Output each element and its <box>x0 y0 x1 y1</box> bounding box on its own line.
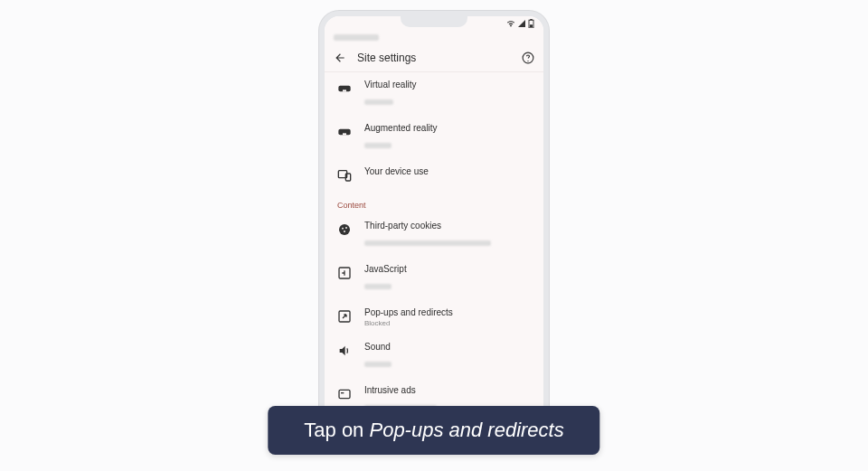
battery-icon <box>528 19 534 28</box>
setting-item-popups-redirects[interactable]: Pop-ups and redirects Blocked <box>325 300 543 334</box>
tab-strip <box>325 31 543 43</box>
setting-item-sound[interactable]: Sound <box>325 334 543 378</box>
stage: Site settings Virtual reality Augmente <box>0 0 868 471</box>
svg-rect-17 <box>341 392 344 393</box>
svg-rect-16 <box>339 390 350 398</box>
instruction-caption: Tap on Pop-ups and redirects <box>268 406 599 455</box>
setting-item-javascript[interactable]: JavaScript <box>325 257 543 300</box>
setting-item-augmented-reality[interactable]: Augmented reality <box>325 116 543 159</box>
javascript-icon <box>337 266 352 280</box>
svg-point-12 <box>345 227 347 229</box>
svg-point-13 <box>344 231 345 232</box>
phone-notch <box>401 14 467 27</box>
setting-item-label: Sound <box>364 342 531 353</box>
wifi-icon <box>506 20 515 27</box>
setting-item-label: Third-party cookies <box>364 221 531 231</box>
cookie-icon <box>337 222 352 237</box>
setting-item-label: Augmented reality <box>364 123 531 134</box>
app-bar: Site settings <box>325 43 543 72</box>
setting-item-virtual-reality[interactable]: Virtual reality <box>325 72 543 116</box>
ar-headset-icon <box>337 125 352 139</box>
svg-point-10 <box>339 224 350 235</box>
blurred-subtext <box>364 143 392 148</box>
ads-icon <box>337 387 352 401</box>
setting-item-label: Pop-ups and redirects <box>364 307 531 318</box>
blurred-subtext <box>364 240 491 246</box>
svg-rect-7 <box>343 133 346 135</box>
setting-item-label: Virtual reality <box>364 80 531 90</box>
caption-emphasis: Pop-ups and redirects <box>369 419 563 441</box>
help-icon[interactable] <box>522 52 534 64</box>
phone-screen: Site settings Virtual reality Augmente <box>325 16 543 421</box>
popup-icon <box>337 309 352 324</box>
svg-rect-2 <box>530 24 533 27</box>
setting-item-label: Your device use <box>364 166 531 177</box>
setting-item-label: JavaScript <box>364 264 531 275</box>
vr-headset-icon <box>337 81 352 96</box>
phone-frame: Site settings Virtual reality Augmente <box>319 11 549 427</box>
caption-prefix: Tap on <box>304 419 369 441</box>
signal-icon <box>518 20 525 27</box>
blurred-tab-text <box>334 34 379 41</box>
app-bar-title: Site settings <box>357 52 511 64</box>
setting-item-label: Intrusive ads <box>364 385 531 396</box>
section-header-content: Content <box>325 190 543 213</box>
svg-rect-5 <box>343 89 346 91</box>
setting-item-subtext: Blocked <box>364 319 531 327</box>
setting-item-device-use[interactable]: Your device use <box>325 159 543 190</box>
svg-point-11 <box>342 228 344 230</box>
sound-icon <box>337 344 352 358</box>
setting-item-third-party-cookies[interactable]: Third-party cookies <box>325 213 543 257</box>
blurred-subtext <box>364 284 392 289</box>
devices-icon <box>337 168 352 183</box>
blurred-subtext <box>364 99 393 105</box>
blurred-subtext <box>364 362 392 367</box>
back-icon[interactable] <box>334 52 346 64</box>
